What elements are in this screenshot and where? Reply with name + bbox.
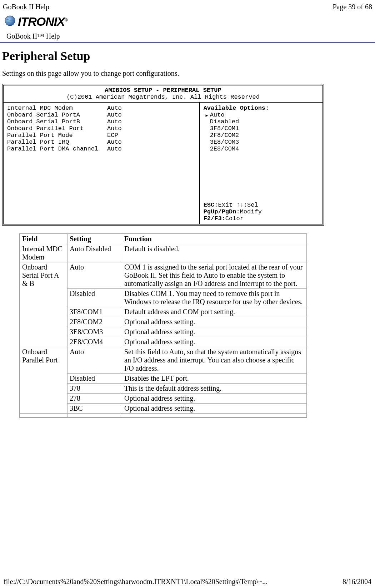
cell-function: Default address and COM port setting. [122,307,307,317]
help-label: GoBook II™ Help [0,30,375,42]
pointer-icon: ▸ [205,112,209,119]
page-indicator: Page 39 of 68 [332,3,372,11]
cell-field: Onboard Serial Port A & B [20,262,68,347]
option-item: 2F8/COM2 [204,132,319,139]
file-path: file://C:\Documents%20and%20Settings\har… [4,578,268,586]
header-field: Field [20,234,68,244]
print-date: 8/16/2004 [342,578,371,586]
cell-function: Disables COM 1. You may need to remove t… [122,289,307,307]
cell-function [122,414,307,418]
bios-row: Onboard Serial PortAAuto [7,112,196,118]
bios-footer-hints: ESC:Exit ↑↓:Sel PgUp/PgDn:Modify F2/F3:C… [204,202,319,222]
cell-setting: 3E8/COM3 [68,327,122,337]
bios-row: Onboard Serial PortBAuto [7,118,196,125]
bios-row: Parallel Port IRQAuto [7,139,196,145]
cell-function: Optional address setting. [122,394,307,404]
cell-setting: 378 [68,384,122,394]
page-title: Peripheral Setup [2,49,375,63]
cell-setting: Disabled [68,374,122,384]
globe-icon [4,15,16,28]
cell-function: Set this field to Auto, so that the syst… [122,347,307,374]
bios-row: Parallel Port ModeECP [7,132,196,139]
cell-setting: 3BC [68,404,122,414]
cell-function: Optional address setting. [122,337,307,347]
cell-setting: Auto Disabled [68,244,122,262]
option-item: ▸Auto [204,112,319,118]
table-header-row: Field Setting Function [20,234,307,244]
cell-setting: Disabled [68,289,122,307]
divider [0,42,375,43]
logo-block: ITRONIX® [0,12,375,30]
bios-options-pane: Available Options: ▸Auto Disabled 3F8/CO… [200,103,322,224]
bios-screenshot: AMIBIOS SETUP - PERIPHERAL SETUP (C)2001… [2,84,375,226]
bios-row: Parallel Port DMA channelAuto [7,145,196,152]
table-row [20,414,307,418]
settings-table: Field Setting Function Internal MDC Mode… [19,233,307,418]
table-row: Internal MDC Modem Auto Disabled Default… [20,244,307,262]
table-row: Onboard Serial Port A & B Auto COM 1 is … [20,262,307,289]
cell-setting: 278 [68,394,122,404]
cell-function: Disables the LPT port. [122,374,307,384]
bios-title: AMIBIOS SETUP - PERIPHERAL SETUP [6,87,320,94]
cell-field: Internal MDC Modem [20,244,68,262]
cell-function: COM 1 is assigned to the serial port loc… [122,262,307,289]
page-footer: file://C:\Documents%20and%20Settings\har… [0,578,375,586]
cell-setting: Auto [68,262,122,289]
option-item: 3F8/COM1 [204,125,319,132]
cell-function: Optional address setting. [122,404,307,414]
option-item: 3E8/COM3 [204,139,319,145]
header-setting: Setting [68,234,122,244]
option-item: Disabled [204,118,319,125]
page-header: GoBook II Help Page 39 of 68 [0,0,375,12]
cell-function: Default is disabled. [122,244,307,262]
cell-setting [68,414,122,418]
svg-point-0 [5,16,15,26]
header-function: Function [122,234,307,244]
cell-field: Onboard Parallel Port [20,347,68,414]
option-item: 2E8/COM4 [204,145,319,152]
cell-setting: 2F8/COM2 [68,317,122,327]
intro-text: Settings on this page allow you to chang… [2,69,375,78]
cell-function: Optional address setting. [122,317,307,327]
table-row: Onboard Parallel Port Auto Set this fiel… [20,347,307,374]
cell-function: This is the default address setting. [122,384,307,394]
bios-copyright: (C)2001 American Megatrends, Inc. All Ri… [6,94,320,100]
doc-title: GoBook II Help [3,3,49,11]
logo-text: ITRONIX® [18,15,68,29]
cell-setting: 3F8/COM1 [68,307,122,317]
cell-setting: Auto [68,347,122,374]
bios-settings-pane: Internal MDC ModemAuto Onboard Serial Po… [4,103,200,224]
cell-function: Optional address setting. [122,327,307,337]
cell-setting: 2E8/COM4 [68,337,122,347]
bios-row: Internal MDC ModemAuto [7,105,196,112]
options-header: Available Options: [204,105,319,112]
bios-row: Onboard Parallel PortAuto [7,125,196,132]
cell-field [20,414,68,418]
